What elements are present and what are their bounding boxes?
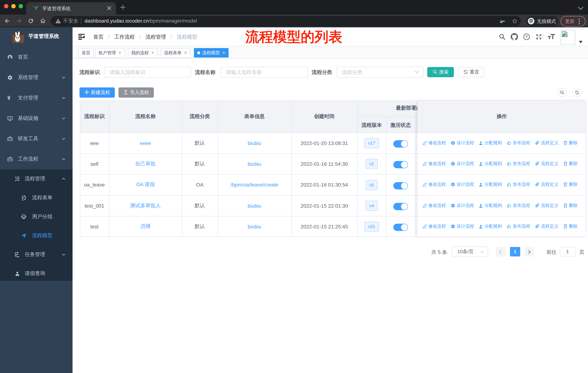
svg-text:?: ? [525,34,528,39]
